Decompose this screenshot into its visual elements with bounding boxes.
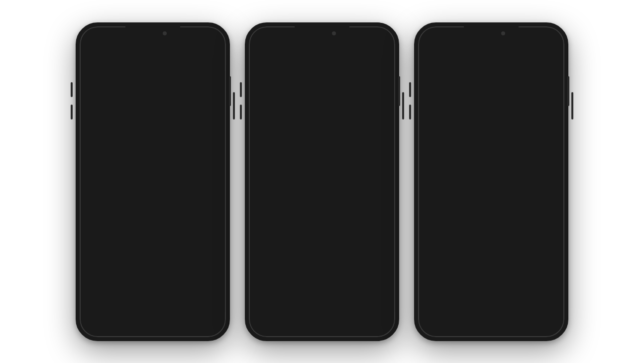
post-more-1[interactable]: ··· xyxy=(209,70,220,81)
search-button-2[interactable] xyxy=(353,42,369,58)
like-button-1[interactable]: Like xyxy=(90,226,111,234)
svg-rect-54 xyxy=(429,322,432,326)
carousel-item-2[interactable]: The Field Coat in Navy $60.00 xyxy=(249,112,358,215)
carousel-dots-1 xyxy=(80,214,226,223)
messenger-button-3[interactable] xyxy=(542,42,558,58)
svg-point-42 xyxy=(490,139,493,142)
post-header-2: Jasper's Boutique Sponsored · 🌐 ··· xyxy=(249,62,395,88)
search-button-3[interactable] xyxy=(523,42,538,58)
nav-store-1[interactable] xyxy=(146,319,160,333)
nav-store-2[interactable] xyxy=(315,319,329,333)
nav-bell-1[interactable] xyxy=(175,319,189,333)
svg-point-23 xyxy=(257,78,271,85)
peek-image-1 xyxy=(190,112,226,192)
phone-screen-1: ▲ 2:04 PM ▬ facebook xyxy=(80,26,226,337)
status-left-3: ▲ xyxy=(428,32,441,37)
battery-icon-3: ▬ xyxy=(550,32,554,37)
nav-video-2[interactable] xyxy=(286,319,300,333)
nav-video-3[interactable] xyxy=(455,319,469,333)
wifi-icon-2: ▲ xyxy=(268,32,272,37)
svg-rect-46 xyxy=(461,143,477,154)
svg-rect-47 xyxy=(505,143,522,154)
nav-menu-3[interactable] xyxy=(543,319,557,333)
comment-button-2[interactable]: Comment xyxy=(301,227,338,235)
nav-menu-1[interactable] xyxy=(205,319,218,333)
post-header-1: Jasper's Boutique Sponsored · 🌐 ··· xyxy=(80,62,226,88)
nav-bell-3[interactable] xyxy=(514,319,528,333)
svg-rect-56 xyxy=(429,326,432,330)
battery-icon-2: ▬ xyxy=(381,32,385,37)
dot-3 xyxy=(156,217,159,220)
carousel-2: The Field Coat in Navy $60.00 Ribb $80. xyxy=(249,112,395,215)
svg-line-1 xyxy=(194,51,195,53)
share-label-2: Share xyxy=(368,228,385,235)
item-title-2: The Field Coat in Navy xyxy=(254,196,353,203)
signal-icon-3 xyxy=(428,32,435,37)
svg-point-45 xyxy=(490,164,493,167)
svg-rect-11 xyxy=(91,322,94,326)
fb-header-2: facebook xyxy=(249,40,395,62)
svg-rect-36 xyxy=(318,325,325,330)
fb-header-icons-2 xyxy=(353,42,389,58)
status-time-2: 2:04 PM xyxy=(317,31,336,37)
carousel-item-peek-1[interactable]: Ribb Free xyxy=(189,112,226,214)
svg-rect-16 xyxy=(149,325,156,330)
carousel-item-1[interactable]: The Field Coat in Navy Free shipping xyxy=(80,112,189,214)
status-right-3: ▬ xyxy=(550,32,554,37)
svg-rect-59 xyxy=(487,325,495,330)
status-right-2: ▬ xyxy=(381,32,385,37)
post-meta-1: Jasper's Boutique Sponsored · 🌐 xyxy=(107,69,209,83)
svg-point-20 xyxy=(359,48,363,52)
wifi-icon: ▲ xyxy=(99,32,103,37)
shop-item-more[interactable]: More xyxy=(527,211,559,243)
shop-item-sweater[interactable] xyxy=(458,211,491,243)
comment-label-1: Comment xyxy=(142,227,169,234)
svg-line-41 xyxy=(532,51,534,53)
svg-rect-34 xyxy=(264,326,267,330)
phone-screen-2: ▲ 2:04 PM ▬ facebook xyxy=(249,26,395,337)
nav-home-2[interactable] xyxy=(256,319,270,333)
nav-bell-2[interactable] xyxy=(344,319,358,333)
post-card-2: Jasper's Boutique Sponsored · 🌐 ··· Chec… xyxy=(249,62,395,238)
share-button-1[interactable]: Share xyxy=(189,226,215,234)
dot-active-2 xyxy=(311,218,314,221)
nav-home-3[interactable] xyxy=(426,319,439,333)
nav-home-1[interactable] xyxy=(87,319,101,333)
svg-rect-28 xyxy=(283,155,294,163)
nav-menu-2[interactable] xyxy=(374,319,388,333)
like-button-2[interactable]: Like xyxy=(259,227,281,235)
messenger-button-2[interactable] xyxy=(373,42,389,58)
post-more-2[interactable]: ··· xyxy=(378,70,389,81)
dot-active-1 xyxy=(141,217,144,220)
peek-info-2: Ribb $80. xyxy=(359,192,395,214)
carousel-item-peek-2[interactable]: Ribb $80. xyxy=(358,112,395,215)
svg-rect-14 xyxy=(95,326,98,330)
share-button-2[interactable]: Share xyxy=(358,227,385,235)
comment-label-2: Comment xyxy=(311,228,338,235)
fb-logo-2: facebook xyxy=(255,43,305,58)
messenger-button-1[interactable] xyxy=(204,42,220,58)
svg-point-7 xyxy=(133,169,136,172)
svg-rect-48 xyxy=(464,225,469,237)
avatar-2 xyxy=(255,67,273,85)
action-bar-1: Like Comment Share xyxy=(80,223,226,237)
nav-video-1[interactable] xyxy=(116,319,130,333)
search-button-1[interactable] xyxy=(184,42,200,58)
svg-rect-55 xyxy=(433,322,436,326)
shop-grid-3: More xyxy=(424,211,558,243)
svg-rect-52 xyxy=(509,220,518,232)
svg-point-27 xyxy=(303,169,305,172)
share-label-1: Share xyxy=(199,227,215,234)
svg-rect-51 xyxy=(498,231,507,234)
svg-point-6 xyxy=(133,164,136,166)
svg-rect-49 xyxy=(479,225,484,237)
svg-point-26 xyxy=(303,164,305,166)
svg-point-40 xyxy=(528,48,532,52)
status-bar-1: ▲ 2:04 PM ▬ xyxy=(80,26,226,40)
peek-image-2 xyxy=(359,112,395,192)
svg-line-21 xyxy=(363,51,364,53)
shop-item-jacket[interactable] xyxy=(424,211,456,243)
nav-store-3[interactable] xyxy=(484,319,498,333)
shop-item-boots[interactable] xyxy=(492,211,525,243)
comment-button-1[interactable]: Comment xyxy=(132,226,169,234)
